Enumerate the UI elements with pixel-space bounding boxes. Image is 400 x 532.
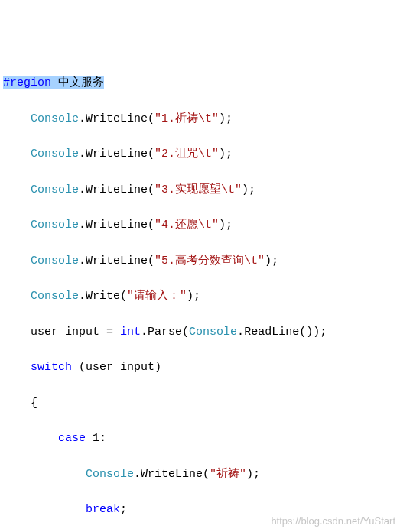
var: user_input xyxy=(31,326,99,339)
code-line: Console.WriteLine("4.还愿\t"); xyxy=(3,216,400,234)
case-line: case 1: xyxy=(3,430,400,447)
code-line: Console.WriteLine("2.诅咒\t"); xyxy=(3,145,400,163)
code-line: user_input = int.Parse(Console.ReadLine(… xyxy=(3,323,400,341)
writeline: WriteLine xyxy=(86,148,148,161)
region-kw: #region xyxy=(3,76,51,89)
str-menu3: "3.实现愿望\t" xyxy=(154,183,242,196)
write: Write xyxy=(86,290,120,303)
code-line: Console.WriteLine("3.实现愿望\t"); xyxy=(3,181,400,199)
code-line: Console.WriteLine("1.祈祷\t"); xyxy=(3,110,400,128)
region-line: #region 中文服务 xyxy=(3,74,400,92)
break-line: break; xyxy=(3,501,400,518)
console-type: Console xyxy=(31,290,79,303)
writeline: WriteLine xyxy=(86,112,148,125)
str-menu2: "2.诅咒\t" xyxy=(154,148,219,161)
break-kw: break xyxy=(86,503,120,516)
readline: ReadLine xyxy=(244,326,299,339)
region-text: 中文服务 xyxy=(51,76,104,89)
str-menu1: "1.祈祷\t" xyxy=(154,112,219,125)
code-line: Console.WriteLine("祈祷"); xyxy=(3,466,400,483)
str-menu4: "4.还愿\t" xyxy=(154,219,219,232)
code-line: switch (user_input) xyxy=(3,358,400,376)
writeline: WriteLine xyxy=(86,255,148,268)
console-type: Console xyxy=(31,112,79,125)
console-type: Console xyxy=(31,255,79,268)
case-kw: case xyxy=(58,432,86,445)
console-type: Console xyxy=(31,219,79,232)
parse: Parse xyxy=(148,326,182,339)
console-type: Console xyxy=(31,183,79,196)
writeline: WriteLine xyxy=(141,468,203,481)
switch-kw: switch xyxy=(31,361,72,374)
brace: { xyxy=(3,394,400,412)
str-out1: "祈祷" xyxy=(210,468,246,481)
writeline: WriteLine xyxy=(86,219,148,232)
code-line: Console.Write("请输入："); xyxy=(3,287,400,305)
str-menu5: "5.高考分数查询\t" xyxy=(154,255,265,268)
case-num: 1 xyxy=(93,432,99,445)
var: user_input xyxy=(86,361,154,374)
code-line: Console.WriteLine("5.高考分数查询\t"); xyxy=(3,252,400,270)
console-type: Console xyxy=(189,326,237,339)
writeline: WriteLine xyxy=(86,183,148,196)
console-type: Console xyxy=(86,468,134,481)
console-type: Console xyxy=(31,148,79,161)
str-prompt: "请输入：" xyxy=(127,290,187,303)
int-kw: int xyxy=(120,326,141,339)
